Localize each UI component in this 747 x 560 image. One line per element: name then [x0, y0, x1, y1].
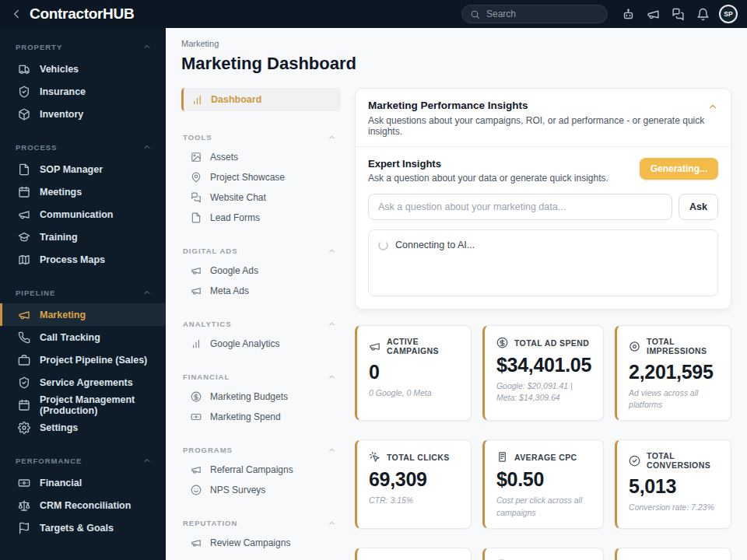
kpi-grid: ACTIVE CAMPAIGNS 0 0 Google, 0 Meta TOTA… — [355, 325, 731, 560]
sidebar-item-marketing[interactable]: Marketing — [0, 303, 166, 326]
sidebar-item-label: Inventory — [40, 109, 83, 120]
sidebar-item-label: CRM Reconciliation — [40, 500, 131, 511]
ask-button[interactable]: Ask — [679, 194, 718, 220]
subnav-item-label: Lead Forms — [210, 212, 260, 223]
sidebar-item-process-maps[interactable]: Process Maps — [0, 248, 166, 271]
kpi-card-total-impressions: TOTAL IMPRESSIONS 2,201,595 Ad views acr… — [615, 325, 731, 421]
page-title: Marketing Dashboard — [181, 54, 731, 74]
subnav-group-header-digital-ads[interactable]: DIGITAL ADS — [181, 240, 341, 261]
megaphone-icon — [191, 464, 202, 475]
banknote-icon — [191, 411, 202, 422]
kpi-label: AVERAGE CPC — [514, 453, 577, 462]
subnav-item-review-campaigns[interactable]: Review Campaigns — [181, 533, 341, 553]
sidebar-item-financial[interactable]: Financial — [0, 471, 166, 494]
app-logo[interactable]: ContractorHUB — [30, 5, 134, 23]
package-icon — [18, 108, 30, 121]
subnav-item-label: Google Ads — [210, 265, 258, 276]
kpi-value: $0.50 — [496, 468, 591, 491]
subnav-item-dashboard[interactable]: Dashboard — [181, 88, 341, 111]
search-input[interactable] — [486, 9, 599, 19]
subnav-item-label: Project Showcase — [210, 172, 285, 183]
sidebar-item-training[interactable]: Training — [0, 226, 166, 248]
sidebar-section-process: PROCESS SOP Manager Meetings Communicati… — [0, 138, 166, 271]
dollar-circle-icon — [191, 391, 202, 402]
sidebar-item-service-agreements[interactable]: Service Agreements — [0, 371, 166, 394]
subnav-group-reputation: REPUTATION Review Campaigns — [181, 513, 341, 553]
announcements-icon[interactable] — [647, 8, 660, 21]
expert-insights-title: Expert Insights — [368, 158, 608, 170]
collapse-chevron-icon[interactable] — [707, 101, 718, 112]
sidebar-item-settings[interactable]: Settings — [0, 416, 166, 439]
generating-badge[interactable]: Generating... — [640, 158, 718, 180]
subnav-group-programs: PROGRAMS Referral Campaigns NPS Surveys — [181, 439, 341, 500]
sidebar-item-project-management-production[interactable]: Project Management (Production) — [0, 394, 166, 416]
sidebar-item-vehicles[interactable]: Vehicles — [0, 58, 166, 80]
notifications-bell-icon[interactable] — [696, 8, 710, 21]
sidebar-item-call-tracking[interactable]: Call Tracking — [0, 326, 166, 348]
assistant-bot-icon[interactable] — [622, 8, 635, 21]
sidebar-section-header-process[interactable]: PROCESS — [0, 138, 166, 158]
kpi-value: 69,309 — [369, 468, 459, 491]
sidebar-item-inventory[interactable]: Inventory — [0, 103, 166, 125]
sidebar-item-targets-goals[interactable]: Targets & Goals — [0, 516, 166, 539]
chevron-up-icon — [328, 519, 336, 527]
subnav-item-website-chat[interactable]: Website Chat — [181, 187, 341, 208]
megaphone-icon — [191, 537, 202, 548]
sidebar-section-header-property[interactable]: PROPERTY — [0, 37, 166, 58]
subnav-item-project-showcase[interactable]: Project Showcase — [181, 167, 341, 187]
topbar-icons — [622, 8, 710, 21]
messages-icon[interactable] — [672, 8, 685, 21]
check-circle-icon — [629, 455, 640, 467]
megaphone-icon — [191, 285, 202, 296]
global-search[interactable] — [461, 5, 608, 23]
sidebar-item-sop-manager[interactable]: SOP Manager — [0, 158, 166, 180]
graduation-cap-icon — [18, 231, 30, 243]
subnav-item-label: Marketing Budgets — [210, 391, 288, 402]
sidebar-item-project-pipeline-sales[interactable]: Project Pipeline (Sales) — [0, 348, 166, 371]
subnav-group-header-reputation[interactable]: REPUTATION — [181, 513, 341, 533]
insights-card: Marketing Performance Insights Ask quest… — [355, 88, 731, 310]
subnav-group-header-programs[interactable]: PROGRAMS — [181, 439, 341, 460]
kpi-card-average-cpc: AVERAGE CPC $0.50 Cost per click across … — [482, 439, 604, 528]
sidebar-item-crm-reconciliation[interactable]: CRM Reconciliation — [0, 494, 166, 516]
user-avatar[interactable]: SP — [719, 5, 738, 23]
subnav-item-label: Meta Ads — [210, 285, 249, 296]
sidebar-section-header-performance[interactable]: PERFORMANCE — [0, 451, 166, 471]
insights-subtitle: Ask questions about your campaigns, ROI,… — [368, 115, 707, 137]
content-area: Marketing Marketing Dashboard Dashboard … — [166, 28, 747, 560]
ai-status-text: Connecting to AI... — [395, 240, 475, 250]
subnav-item-marketing-budgets[interactable]: Marketing Budgets — [181, 387, 341, 407]
subnav-item-lead-forms[interactable]: Lead Forms — [181, 208, 341, 228]
sidebar-item-label: Targets & Goals — [40, 523, 114, 534]
subnav-group-header-tools[interactable]: TOOLS — [181, 127, 341, 147]
subnav-item-assets[interactable]: Assets — [181, 147, 341, 167]
sidebar-section-header-pipeline[interactable]: PIPELINE — [0, 283, 166, 303]
subnav-item-label: Marketing Spend — [210, 411, 281, 422]
sidebar-item-label: Process Maps — [40, 254, 105, 265]
breadcrumb[interactable]: Marketing — [181, 39, 731, 48]
subnav-item-marketing-spend[interactable]: Marketing Spend — [181, 407, 341, 427]
shield-check-icon — [18, 376, 30, 389]
sidebar-item-meetings[interactable]: Meetings — [0, 180, 166, 203]
subnav-group-header-analytics[interactable]: ANALYTICS — [181, 313, 341, 334]
file-icon — [191, 212, 202, 223]
kpi-label: TOTAL IMPRESSIONS — [647, 337, 719, 355]
subnav-item-referral-campaigns[interactable]: Referral Campaigns — [181, 460, 341, 480]
primary-sidebar: PROPERTY Vehicles Insurance Inventory — [0, 28, 166, 560]
loading-spinner-icon — [378, 240, 388, 250]
ask-question-input[interactable] — [368, 194, 672, 220]
sidebar-item-label: Call Tracking — [40, 332, 100, 343]
back-chevron-icon[interactable] — [9, 7, 23, 21]
subnav-item-nps-surveys[interactable]: NPS Surveys — [181, 480, 341, 500]
sidebar-item-communication[interactable]: Communication — [0, 203, 166, 226]
calendar-icon — [18, 399, 30, 411]
subnav-item-google-analytics[interactable]: Google Analytics — [181, 334, 341, 354]
chevron-up-icon — [142, 42, 152, 51]
sidebar-item-insurance[interactable]: Insurance — [0, 80, 166, 103]
subnav-group-header-financial[interactable]: FINANCIAL — [181, 366, 341, 387]
kpi-subtext: Google: $20,091.41 | Meta: $14,309.64 — [496, 380, 591, 404]
subnav-item-google-ads[interactable]: Google Ads — [181, 261, 341, 281]
subnav-item-label: Review Campaigns — [210, 537, 290, 548]
sidebar-section-pipeline: PIPELINE Marketing Call Tracking Project… — [0, 283, 166, 439]
subnav-item-meta-ads[interactable]: Meta Ads — [181, 281, 341, 301]
